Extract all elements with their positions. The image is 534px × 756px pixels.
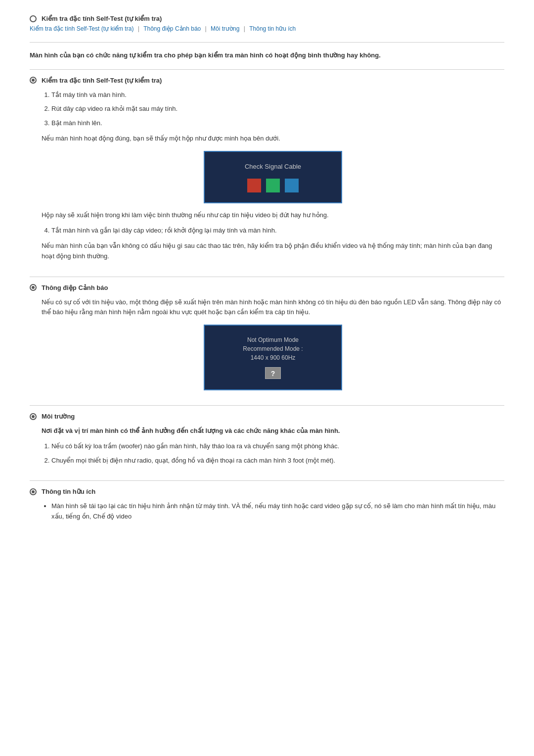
- self-test-steps: Tắt máy tính và màn hình. Rút dây cáp vi…: [42, 90, 504, 129]
- section-warning-header: Thông điệp Cảnh báo: [30, 284, 504, 291]
- step-4-list: Tắt màn hình và gắn lại dây cáp video; r…: [42, 226, 504, 236]
- useful-info-list: Màn hình sẽ tái tạo lại các tín hiệu hìn…: [42, 501, 504, 522]
- breadcrumb-link-3[interactable]: Môi trường: [211, 25, 239, 32]
- environment-subtitle: Nơi đặt và vị trí màn hình có thể ảnh hư…: [42, 426, 504, 436]
- useful-info-item-1: Màn hình sẽ tái tạo lại các tín hiệu hìn…: [51, 501, 504, 522]
- section-self-test-header: Kiểm tra đặc tính Self-Test (tự kiểm tra…: [30, 77, 504, 84]
- section-environment-header: Môi trường: [30, 413, 504, 420]
- section-environment-content: Nơi đặt và vị trí màn hình có thể ảnh hư…: [30, 426, 504, 466]
- env-item-1: Nếu có bất kỳ loa trầm (woofer) nào gần …: [51, 441, 504, 452]
- signal-squares: [215, 179, 331, 192]
- section-environment: Môi trường Nơi đặt và vị trí màn hình có…: [30, 405, 504, 466]
- section-useful-info: Thông tin hữu ích Màn hình sẽ tái tạo lạ…: [30, 480, 504, 522]
- after-steps-text: Nếu màn hình hoạt động đúng, bạn sẽ thấy…: [42, 134, 504, 144]
- breadcrumb-link-2[interactable]: Thông điệp Cảnh báo: [143, 25, 201, 32]
- step-4: Tắt màn hình và gắn lại dây cáp video; r…: [51, 226, 504, 236]
- section-environment-title: Môi trường: [42, 413, 75, 420]
- section-self-test: Kiểm tra đặc tính Self-Test (tự kiểm tra…: [30, 69, 504, 262]
- square-red: [247, 179, 261, 192]
- env-item-2: Chuyển mọi thiết bị điện như radio, quạt…: [51, 456, 504, 466]
- header-icon: [30, 15, 37, 22]
- section-warning: Thông điệp Cảnh báo Nếu có sự cố với tín…: [30, 277, 504, 390]
- mode-line2: Recommended Mode :: [215, 344, 331, 353]
- section-self-test-content: Tắt máy tính và màn hình. Rút dây cáp vi…: [30, 90, 504, 262]
- breadcrumb: Kiểm tra đặc tính Self-Test (tự kiểm tra…: [30, 25, 504, 32]
- mode-button[interactable]: ?: [265, 367, 281, 379]
- mode-box-text: Not Optimum Mode Recommended Mode : 1440…: [215, 335, 331, 362]
- section-dot-4: [30, 488, 37, 495]
- square-green: [266, 179, 280, 192]
- page-title: Kiểm tra đặc tính Self-Test (tự kiểm tra…: [42, 15, 162, 22]
- breadcrumb-link-4[interactable]: Thông tin hữu ích: [249, 25, 296, 32]
- section-useful-info-title: Thông tin hữu ích: [42, 488, 95, 495]
- signal-box-title: Check Signal Cable: [215, 162, 331, 172]
- section-self-test-title: Kiểm tra đặc tính Self-Test (tự kiểm tra…: [42, 77, 162, 84]
- box-note: Hộp này sẽ xuất hiện trong khi làm việc …: [42, 210, 504, 221]
- square-blue: [285, 179, 299, 192]
- section-warning-content: Nếu có sự cố với tín hiệu vào, một thông…: [30, 297, 504, 390]
- final-note: Nếu màn hình của bạn vẫn không có dấu hi…: [42, 241, 504, 262]
- section-useful-info-content: Màn hình sẽ tái tạo lại các tín hiệu hìn…: [30, 501, 504, 522]
- warning-body: Nếu có sự cố với tín hiệu vào, một thông…: [42, 297, 504, 318]
- section-dot-1: [30, 77, 37, 84]
- section-dot-3: [30, 413, 37, 420]
- environment-list: Nếu có bất kỳ loa trầm (woofer) nào gần …: [42, 441, 504, 466]
- step-1: Tắt máy tính và màn hình.: [51, 90, 504, 100]
- intro-text: Màn hình của bạn có chức năng tự kiểm tr…: [30, 50, 504, 60]
- section-warning-title: Thông điệp Cảnh báo: [42, 284, 108, 291]
- section-dot-2: [30, 284, 37, 291]
- page-header: Kiểm tra đặc tính Self-Test (tự kiểm tra…: [30, 15, 504, 22]
- step-2: Rút dây cáp video ra khỏi mặt sau máy tí…: [51, 104, 504, 114]
- breadcrumb-link-1[interactable]: Kiểm tra đặc tính Self-Test (tự kiểm tra…: [30, 25, 134, 32]
- mode-line1: Not Optimum Mode: [215, 335, 331, 344]
- mode-box: Not Optimum Mode Recommended Mode : 1440…: [204, 325, 342, 390]
- signal-box: Check Signal Cable: [204, 151, 342, 204]
- section-useful-info-header: Thông tin hữu ích: [30, 488, 504, 495]
- mode-line3: 1440 x 900 60Hz: [215, 353, 331, 362]
- step-3: Bật màn hình lên.: [51, 118, 504, 129]
